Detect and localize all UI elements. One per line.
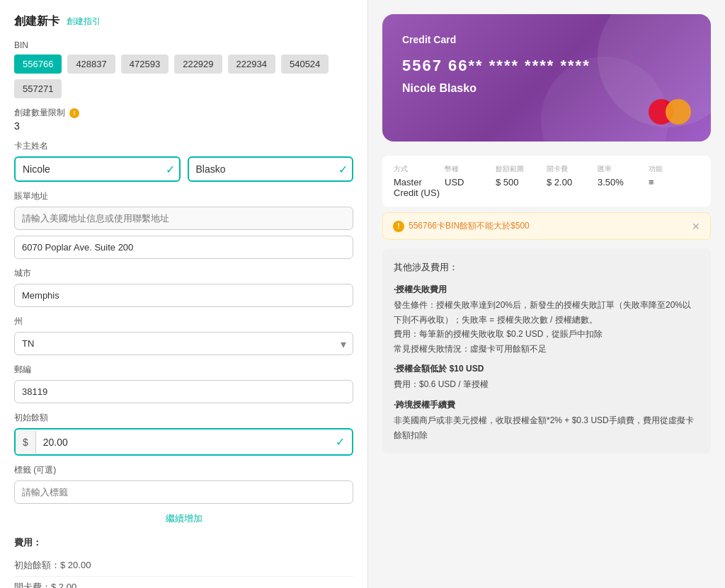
bin-chip-540524[interactable]: 540524	[281, 54, 329, 74]
alert-content: ! 556766卡BIN餘額不能大於$500	[393, 220, 530, 232]
balance-input[interactable]	[36, 431, 329, 454]
alert-text: 556766卡BIN餘額不能大於$500	[409, 220, 530, 232]
card-info-value: ≡	[649, 177, 700, 188]
card-info-key: 幣種	[445, 164, 496, 174]
name-row: ✓ ✓	[14, 156, 353, 182]
tag-input[interactable]	[14, 480, 353, 504]
last-name-wrapper: ✓	[188, 156, 354, 182]
alert-close-button[interactable]: ✕	[692, 221, 700, 232]
city-input[interactable]	[14, 284, 353, 307]
count-limit-row: 創建數量限制 !	[14, 107, 353, 119]
first-name-input[interactable]	[14, 156, 181, 182]
card-info-key: 匯率	[598, 164, 649, 174]
tag-label: 標籤 (可選)	[14, 464, 353, 476]
card-info-row: 方式Master Credit (US)幣種USD餘額範圍$ 500開卡費$ 2…	[382, 156, 711, 207]
count-value: 3	[14, 120, 353, 132]
currency-symbol: $	[16, 431, 36, 454]
fees-info-title: 其他涉及費用：	[394, 260, 700, 275]
state-select[interactable]: TN CA NY TX	[14, 332, 353, 355]
first-name-check-icon: ✓	[166, 163, 175, 176]
fee-details: 費用：$0.6 USD / 筆授權	[394, 377, 700, 391]
card-info-col: 開卡費$ 2.00	[547, 164, 598, 188]
page-header: 創建新卡 創建指引	[14, 14, 353, 29]
fees-title: 費用：	[14, 536, 353, 549]
fee-open: 開卡費：$ 2.00	[14, 577, 353, 588]
city-label: 城市	[14, 267, 353, 279]
card-info-col: 匯率3.50%	[598, 164, 649, 188]
bin-chip-428837[interactable]: 428837	[67, 54, 115, 74]
fee-sections: ·授權失敗費用發生條件：授權失敗率達到20%后，新發生的授權失敗訂單（失敗率降至…	[394, 282, 700, 442]
card-info-key: 開卡費	[547, 164, 598, 174]
card-number: 5567 66** **** **** ****	[402, 57, 691, 75]
balance-row: $ ✓	[14, 428, 353, 456]
bin-chip-472593[interactable]: 472593	[121, 54, 169, 74]
card-info-value: Master Credit (US)	[394, 177, 445, 198]
info-icon[interactable]: !	[69, 108, 79, 118]
alert-banner: ! 556766卡BIN餘額不能大於$500 ✕	[382, 212, 711, 240]
fee-initial: 初始餘額：$ 20.00	[14, 555, 353, 577]
credit-card: Credit Card 5567 66** **** **** **** Nic…	[382, 14, 711, 142]
guide-link[interactable]: 創建指引	[67, 16, 101, 28]
card-holder: Nicole Blasko	[402, 82, 691, 95]
bin-chip-556766[interactable]: 556766	[14, 54, 62, 74]
state-label: 州	[14, 316, 353, 328]
first-name-wrapper: ✓	[14, 156, 181, 182]
bin-chip-222929[interactable]: 222929	[174, 54, 222, 74]
page-title: 創建新卡	[14, 14, 59, 29]
card-info-value: $ 500	[496, 177, 547, 188]
address-input[interactable]	[14, 236, 353, 259]
fee-details: 非美國商戶或非美元授權，收取授權金額*2% + $0.3 USD手續費，費用從虛…	[394, 413, 700, 442]
bin-chip-557271[interactable]: 557271	[14, 79, 62, 98]
address-autocomplete-input[interactable]	[14, 207, 353, 230]
last-name-input[interactable]	[188, 156, 354, 182]
fee-details: 發生條件：授權失敗率達到20%后，新發生的授權失敗訂單（失敗率降至20%以下則不…	[394, 298, 700, 356]
mastercard-logo	[649, 99, 691, 125]
right-panel: Credit Card 5567 66** **** **** **** Nic…	[368, 0, 725, 588]
card-info-value: 3.50%	[598, 177, 649, 188]
card-info-col: 方式Master Credit (US)	[394, 164, 445, 198]
fee-category: ·跨境授權手續費	[394, 398, 700, 412]
card-info-key: 方式	[394, 164, 445, 174]
zip-label: 郵編	[14, 364, 353, 376]
card-info-col: 餘額範圍$ 500	[496, 164, 547, 188]
bin-chip-222934[interactable]: 222934	[228, 54, 275, 74]
card-info-col: 幣種USD	[445, 164, 496, 188]
fees-info-box: 其他涉及費用： ·授權失敗費用發生條件：授權失敗率達到20%后，新發生的授權失敗…	[382, 248, 711, 454]
card-info-value: USD	[445, 177, 496, 188]
balance-check-icon: ✓	[329, 430, 352, 454]
card-info-key: 功能	[649, 164, 700, 174]
alert-warn-icon: !	[393, 221, 404, 232]
card-info-col: 功能≡	[649, 164, 700, 188]
card-info-key: 餘額範圍	[496, 164, 547, 174]
card-info-value: $ 2.00	[547, 177, 598, 188]
fee-category: ·授權失敗費用	[394, 282, 700, 296]
address-label: 賬單地址	[14, 190, 353, 202]
bin-label: BIN	[14, 40, 353, 50]
cardholder-label: 卡主姓名	[14, 140, 353, 152]
mastercard-orange-circle	[666, 99, 691, 125]
balance-label: 初始餘額	[14, 412, 353, 424]
last-name-check-icon: ✓	[338, 163, 348, 176]
count-limit-label: 創建數量限制	[14, 107, 65, 119]
bin-row: 5567664288374725932229292229345405245572…	[14, 54, 353, 98]
state-wrapper: TN CA NY TX ▾	[14, 332, 353, 355]
left-panel: 創建新卡 創建指引 BIN 55676642883747259322292922…	[0, 0, 368, 588]
card-type-label: Credit Card	[402, 34, 691, 45]
fee-category: ·授權金額低於 $10 USD	[394, 362, 700, 376]
zip-input[interactable]	[14, 380, 353, 403]
fees-section: 費用： 初始餘額：$ 20.00 開卡費：$ 2.00 增值費用：$ 0.70 …	[14, 536, 353, 588]
add-more-button[interactable]: 繼續增加	[14, 512, 353, 525]
